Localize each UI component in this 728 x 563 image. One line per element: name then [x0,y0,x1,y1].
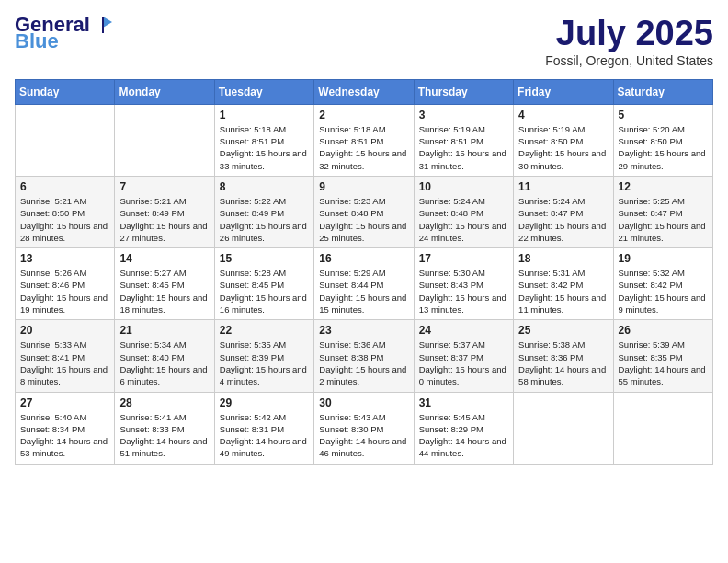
logo-flag-icon [94,15,114,35]
cell-info: Sunrise: 5:45 AMSunset: 8:29 PMDaylight:… [419,411,508,460]
cell-info: Sunrise: 5:19 AMSunset: 8:51 PMDaylight:… [419,123,508,172]
calendar-cell: 1Sunrise: 5:18 AMSunset: 8:51 PMDaylight… [214,104,313,176]
cell-info: Sunrise: 5:33 AMSunset: 8:41 PMDaylight:… [20,339,109,387]
calendar-cell: 5Sunrise: 5:20 AMSunset: 8:50 PMDaylight… [613,104,712,176]
day-number: 20 [20,324,109,337]
cell-info: Sunrise: 5:18 AMSunset: 8:51 PMDaylight:… [220,123,309,172]
calendar-week-row: 6Sunrise: 5:21 AMSunset: 8:50 PMDaylight… [16,176,713,247]
day-of-week-header: Saturday [613,79,712,104]
calendar-cell: 24Sunrise: 5:37 AMSunset: 8:37 PMDayligh… [414,320,513,392]
calendar-cell: 7Sunrise: 5:21 AMSunset: 8:49 PMDaylight… [115,176,214,247]
cell-info: Sunrise: 5:27 AMSunset: 8:45 PMDaylight:… [119,267,209,316]
day-number: 13 [20,252,109,265]
calendar-cell: 22Sunrise: 5:35 AMSunset: 8:39 PMDayligh… [214,320,313,392]
calendar-cell: 9Sunrise: 5:23 AMSunset: 8:48 PMDaylight… [314,176,414,247]
calendar-cell: 13Sunrise: 5:26 AMSunset: 8:46 PMDayligh… [16,248,115,320]
day-number: 4 [518,109,608,121]
calendar-cell: 14Sunrise: 5:27 AMSunset: 8:45 PMDayligh… [115,248,214,320]
day-number: 2 [319,109,408,121]
calendar-cell: 4Sunrise: 5:19 AMSunset: 8:50 PMDaylight… [514,104,613,176]
calendar-cell: 11Sunrise: 5:24 AMSunset: 8:47 PMDayligh… [514,176,613,247]
day-number: 14 [119,252,209,265]
cell-info: Sunrise: 5:43 AMSunset: 8:30 PMDaylight:… [319,411,408,460]
calendar-cell: 23Sunrise: 5:36 AMSunset: 8:38 PMDayligh… [314,320,414,392]
calendar-cell: 25Sunrise: 5:38 AMSunset: 8:36 PMDayligh… [514,320,613,392]
location-subtitle: Fossil, Oregon, United States [545,53,713,68]
cell-info: Sunrise: 5:38 AMSunset: 8:36 PMDaylight:… [518,339,608,387]
calendar-cell [613,392,712,464]
cell-info: Sunrise: 5:23 AMSunset: 8:48 PMDaylight:… [319,195,408,244]
calendar-week-row: 20Sunrise: 5:33 AMSunset: 8:41 PMDayligh… [16,320,713,392]
day-number: 22 [220,324,309,337]
day-number: 26 [619,324,708,337]
calendar-cell [115,104,214,176]
day-number: 8 [220,180,309,193]
calendar-cell: 27Sunrise: 5:40 AMSunset: 8:34 PMDayligh… [16,392,115,464]
day-of-week-header: Friday [514,79,613,104]
cell-info: Sunrise: 5:35 AMSunset: 8:39 PMDaylight:… [220,339,309,387]
calendar-table: SundayMondayTuesdayWednesdayThursdayFrid… [15,79,713,465]
day-number: 7 [119,180,209,193]
calendar-cell: 28Sunrise: 5:41 AMSunset: 8:33 PMDayligh… [115,392,214,464]
cell-info: Sunrise: 5:19 AMSunset: 8:50 PMDaylight:… [518,123,608,172]
calendar-cell: 21Sunrise: 5:34 AMSunset: 8:40 PMDayligh… [115,320,214,392]
calendar-week-row: 13Sunrise: 5:26 AMSunset: 8:46 PMDayligh… [16,248,713,320]
cell-info: Sunrise: 5:21 AMSunset: 8:50 PMDaylight:… [20,195,109,244]
day-number: 23 [319,324,408,337]
cell-info: Sunrise: 5:31 AMSunset: 8:42 PMDaylight:… [518,267,608,316]
day-number: 31 [419,396,508,409]
day-of-week-header: Monday [115,79,214,104]
calendar-cell: 12Sunrise: 5:25 AMSunset: 8:47 PMDayligh… [613,176,712,247]
calendar-cell: 2Sunrise: 5:18 AMSunset: 8:51 PMDaylight… [314,104,414,176]
cell-info: Sunrise: 5:24 AMSunset: 8:47 PMDaylight:… [518,195,608,244]
cell-info: Sunrise: 5:32 AMSunset: 8:42 PMDaylight:… [619,267,708,316]
cell-info: Sunrise: 5:26 AMSunset: 8:46 PMDaylight:… [20,267,109,316]
day-number: 15 [220,252,309,265]
day-number: 5 [619,109,708,121]
day-number: 16 [319,252,408,265]
cell-info: Sunrise: 5:28 AMSunset: 8:45 PMDaylight:… [220,267,309,316]
cell-info: Sunrise: 5:18 AMSunset: 8:51 PMDaylight:… [319,123,408,172]
cell-info: Sunrise: 5:41 AMSunset: 8:33 PMDaylight:… [119,411,209,460]
calendar-cell [514,392,613,464]
day-number: 1 [220,109,309,121]
cell-info: Sunrise: 5:24 AMSunset: 8:48 PMDaylight:… [419,195,508,244]
day-number: 11 [518,180,608,193]
day-number: 21 [119,324,209,337]
cell-info: Sunrise: 5:42 AMSunset: 8:31 PMDaylight:… [220,411,309,460]
day-number: 24 [419,324,508,337]
calendar-cell: 18Sunrise: 5:31 AMSunset: 8:42 PMDayligh… [514,248,613,320]
day-number: 19 [619,252,708,265]
cell-info: Sunrise: 5:21 AMSunset: 8:49 PMDaylight:… [119,195,209,244]
cell-info: Sunrise: 5:25 AMSunset: 8:47 PMDaylight:… [619,195,708,244]
logo-blue-text: Blue [15,31,59,52]
cell-info: Sunrise: 5:36 AMSunset: 8:38 PMDaylight:… [319,339,408,387]
calendar-cell: 16Sunrise: 5:29 AMSunset: 8:44 PMDayligh… [314,248,414,320]
calendar-cell [16,104,115,176]
cell-info: Sunrise: 5:39 AMSunset: 8:35 PMDaylight:… [619,339,708,387]
calendar-week-row: 1Sunrise: 5:18 AMSunset: 8:51 PMDaylight… [16,104,713,176]
day-number: 12 [619,180,708,193]
calendar-cell: 15Sunrise: 5:28 AMSunset: 8:45 PMDayligh… [214,248,313,320]
day-number: 6 [20,180,109,193]
calendar-cell: 3Sunrise: 5:19 AMSunset: 8:51 PMDaylight… [414,104,513,176]
calendar-cell: 20Sunrise: 5:33 AMSunset: 8:41 PMDayligh… [16,320,115,392]
calendar-cell: 17Sunrise: 5:30 AMSunset: 8:43 PMDayligh… [414,248,513,320]
calendar-cell: 26Sunrise: 5:39 AMSunset: 8:35 PMDayligh… [613,320,712,392]
month-title: July 2025 [545,15,713,53]
cell-info: Sunrise: 5:40 AMSunset: 8:34 PMDaylight:… [20,411,109,460]
day-of-week-header: Thursday [414,79,513,104]
cell-info: Sunrise: 5:22 AMSunset: 8:49 PMDaylight:… [220,195,309,244]
day-of-week-header: Sunday [16,79,115,104]
calendar-cell: 29Sunrise: 5:42 AMSunset: 8:31 PMDayligh… [214,392,313,464]
calendar-cell: 30Sunrise: 5:43 AMSunset: 8:30 PMDayligh… [314,392,414,464]
svg-marker-0 [103,17,112,28]
cell-info: Sunrise: 5:37 AMSunset: 8:37 PMDaylight:… [419,339,508,387]
page-header: General Blue July 2025 Fossil, Oregon, U… [15,15,713,68]
day-number: 28 [119,396,209,409]
title-block: July 2025 Fossil, Oregon, United States [545,15,713,68]
cell-info: Sunrise: 5:20 AMSunset: 8:50 PMDaylight:… [619,123,708,172]
cell-info: Sunrise: 5:29 AMSunset: 8:44 PMDaylight:… [319,267,408,316]
day-number: 25 [518,324,608,337]
day-number: 30 [319,396,408,409]
